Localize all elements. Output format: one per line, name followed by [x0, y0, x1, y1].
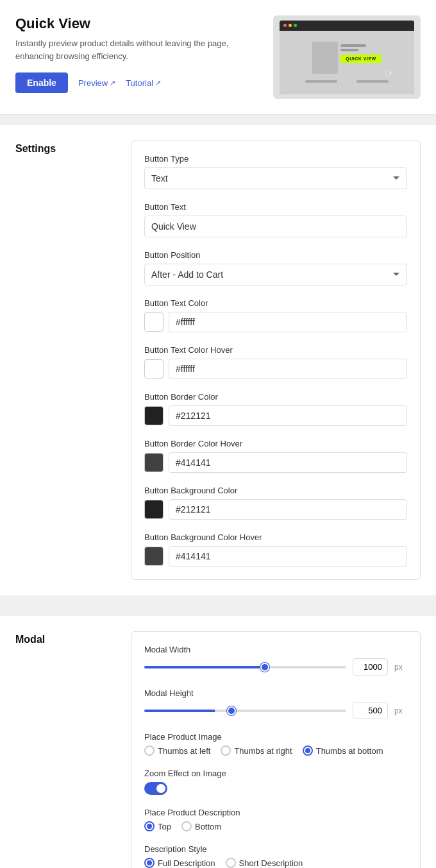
thumbs-bottom-radio[interactable] — [303, 745, 313, 756]
header-actions: Enable Preview ↗ Tutorial ↗ — [15, 72, 260, 93]
external-link-icon: ↗ — [110, 79, 115, 87]
button-border-color-hover-group: Button Border Color Hover — [144, 439, 407, 473]
button-text-input[interactable] — [144, 216, 407, 237]
zoom-effect-label: Zoom Effect on Image — [144, 769, 407, 778]
modal-width-value[interactable] — [353, 658, 388, 676]
button-border-color-hover-input[interactable] — [169, 452, 407, 473]
place-product-desc-group: Place Product Description Top Bottom — [144, 808, 407, 831]
short-desc-option[interactable]: Short Description — [226, 858, 303, 868]
thumbs-left-radio[interactable] — [144, 745, 155, 756]
thumbs-left-option[interactable]: Thumbs at left — [144, 745, 210, 756]
button-text-color-swatch[interactable] — [144, 312, 164, 332]
modal-form: Modal Width px Modal Height px Place Pro — [131, 631, 421, 868]
button-bg-color-hover-group: Button Background Color Hover — [144, 532, 407, 566]
full-desc-option[interactable]: Full Description — [144, 858, 215, 868]
description-style-group: Description Style Full Description Short… — [144, 844, 407, 868]
desc-top-radio[interactable] — [144, 821, 155, 831]
place-product-desc-options: Top Bottom — [144, 821, 407, 831]
button-bg-color-hover-label: Button Background Color Hover — [144, 532, 407, 542]
button-text-color-hover-input[interactable] — [169, 359, 407, 379]
short-desc-label: Short Description — [239, 858, 303, 868]
button-border-color-swatch[interactable] — [144, 406, 164, 425]
header-left: Quick View Instantly preview product det… — [15, 15, 273, 93]
button-position-label: Button Position — [144, 250, 407, 260]
settings-panel: Settings Button Type Text Icon Text + Ic… — [0, 125, 436, 595]
button-text-color-group: Button Text Color — [144, 298, 407, 332]
button-text-color-label: Button Text Color — [144, 298, 407, 308]
preview-link[interactable]: Preview ↗ — [78, 78, 115, 88]
desc-bottom-label: Bottom — [195, 822, 221, 831]
modal-height-group: Modal Height px — [144, 688, 407, 719]
page-title: Quick View — [15, 15, 260, 32]
tutorial-link[interactable]: Tutorial ↗ — [126, 78, 161, 88]
full-desc-radio[interactable] — [144, 858, 155, 868]
desc-top-label: Top — [158, 822, 171, 831]
button-type-label: Button Type — [144, 154, 407, 164]
button-bg-color-label: Button Background Color — [144, 486, 407, 495]
button-border-color-hover-swatch[interactable] — [144, 453, 164, 472]
thumbs-bottom-label: Thumbs at bottom — [316, 746, 383, 756]
modal-width-group: Modal Width px — [144, 645, 407, 676]
modal-width-slider[interactable] — [144, 666, 346, 668]
modal-width-unit: px — [394, 663, 407, 672]
modal-panel: Modal Modal Width px Modal Height px — [0, 616, 436, 868]
thumbs-bottom-option[interactable]: Thumbs at bottom — [303, 745, 383, 756]
settings-section-label: Settings — [15, 140, 118, 580]
button-border-color-label: Button Border Color — [144, 392, 407, 402]
header-description: Instantly preview product details withou… — [15, 37, 260, 62]
modal-height-label: Modal Height — [144, 688, 407, 698]
button-type-group: Button Type Text Icon Text + Icon — [144, 154, 407, 189]
modal-height-slider[interactable] — [144, 710, 346, 712]
place-product-image-group: Place Product Image Thumbs at left Thumb… — [144, 732, 407, 756]
modal-section-label: Modal — [15, 631, 118, 868]
cursor-icon: ☞ — [385, 66, 395, 80]
button-bg-color-group: Button Background Color — [144, 486, 407, 520]
button-text-color-hover-swatch[interactable] — [144, 359, 164, 379]
button-text-group: Button Text — [144, 202, 407, 237]
settings-form: Button Type Text Icon Text + Icon Button… — [131, 140, 421, 580]
preview-image: QUICK VIEW ☞ — [273, 15, 421, 99]
place-product-desc-label: Place Product Description — [144, 808, 407, 817]
short-desc-radio[interactable] — [226, 858, 236, 868]
button-border-color-input[interactable] — [169, 405, 407, 426]
button-text-color-input[interactable] — [169, 312, 407, 332]
desc-top-option[interactable]: Top — [144, 821, 171, 831]
modal-width-label: Modal Width — [144, 645, 407, 654]
thumbs-right-option[interactable]: Thumbs at right — [221, 745, 292, 756]
button-text-label: Button Text — [144, 202, 407, 212]
header-section: Quick View Instantly preview product det… — [0, 0, 436, 115]
zoom-effect-group: Zoom Effect on Image — [144, 769, 407, 795]
modal-height-value[interactable] — [353, 702, 388, 719]
thumbs-right-label: Thumbs at right — [234, 746, 292, 756]
button-text-color-hover-group: Button Text Color Hover — [144, 345, 407, 379]
external-link-icon-2: ↗ — [155, 79, 161, 87]
description-style-label: Description Style — [144, 844, 407, 854]
full-desc-label: Full Description — [158, 858, 215, 868]
thumbs-right-radio[interactable] — [221, 745, 231, 756]
place-product-image-label: Place Product Image — [144, 732, 407, 742]
zoom-effect-toggle[interactable] — [144, 782, 167, 795]
desc-bottom-radio[interactable] — [181, 821, 192, 831]
button-type-select[interactable]: Text Icon Text + Icon — [144, 167, 407, 189]
place-product-image-options: Thumbs at left Thumbs at right Thumbs at… — [144, 745, 407, 756]
button-position-select[interactable]: After - Add to Cart Before - Add to Cart… — [144, 264, 407, 285]
description-style-options: Full Description Short Description — [144, 858, 407, 868]
mock-browser: QUICK VIEW ☞ — [280, 21, 414, 94]
modal-height-unit: px — [394, 706, 407, 715]
button-border-color-hover-label: Button Border Color Hover — [144, 439, 407, 448]
button-bg-color-hover-input[interactable] — [169, 546, 407, 566]
desc-bottom-option[interactable]: Bottom — [181, 821, 221, 831]
button-text-color-hover-label: Button Text Color Hover — [144, 345, 407, 355]
button-bg-color-swatch[interactable] — [144, 500, 164, 519]
thumbs-left-label: Thumbs at left — [158, 746, 210, 756]
button-bg-color-input[interactable] — [169, 499, 407, 520]
button-border-color-group: Button Border Color — [144, 392, 407, 426]
button-bg-color-hover-swatch[interactable] — [144, 547, 164, 566]
enable-button[interactable]: Enable — [15, 72, 68, 93]
button-position-group: Button Position After - Add to Cart Befo… — [144, 250, 407, 285]
